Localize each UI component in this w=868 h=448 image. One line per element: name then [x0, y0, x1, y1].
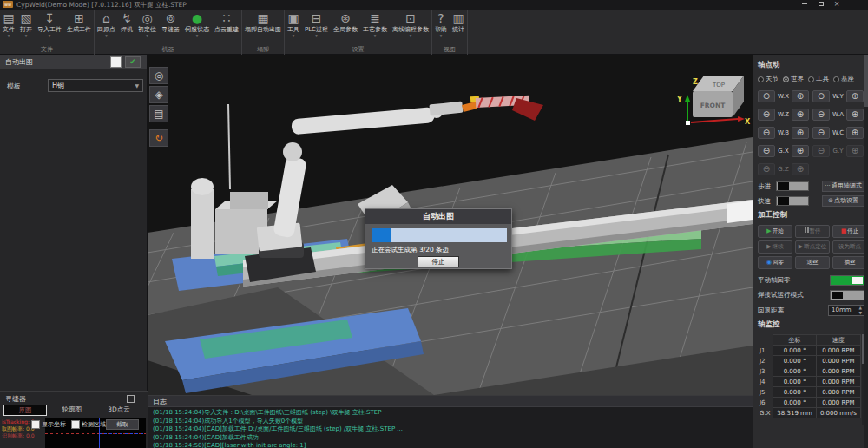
dialog-stop-button[interactable]: 停止	[418, 256, 459, 267]
jog-axis-label: W.Y	[830, 93, 846, 100]
play-dim-icon: ▶	[799, 243, 803, 250]
generic-axis-debug-button[interactable]: ···通用轴调式	[822, 181, 865, 192]
right-scrollbar[interactable]	[864, 55, 868, 448]
ribbon-item-home-origin[interactable]: ⌂回原点▾	[95, 10, 118, 39]
control-button-继续: ▶继续	[758, 240, 792, 254]
weld-test-mode-toggle[interactable]	[830, 290, 865, 300]
table-row: G.X38.319 mm0.000 mm/s	[758, 408, 861, 418]
template-dropdown[interactable]: H钢 ▼	[48, 79, 143, 92]
spinner-arrows-icon[interactable]: ▲▼	[859, 306, 862, 315]
restore-button[interactable]	[815, 0, 827, 9]
ribbon-item-tools[interactable]: ▣工具▾	[285, 10, 302, 39]
retreat-distance-spinner[interactable]: 10mm ▲▼	[828, 305, 865, 316]
log-header: 日志	[148, 396, 753, 407]
fit-view-icon[interactable]: ◎	[149, 67, 168, 84]
fast-slider[interactable]	[776, 196, 809, 206]
ribbon-item-global-params[interactable]: ⊛全局参数	[331, 10, 360, 39]
seam-finder-title: 寻缝器	[5, 394, 26, 404]
dialog-title[interactable]: 自动出图	[365, 209, 511, 224]
tools-icon: ▣	[287, 10, 299, 26]
help-icon: ?	[437, 10, 444, 26]
iso-view-icon[interactable]: ◈	[149, 86, 168, 103]
ribbon-item-process-params[interactable]: ≣工艺参数▾	[360, 10, 390, 39]
expand-icon[interactable]	[127, 395, 135, 403]
jog-axis-label: W.Z	[775, 111, 792, 118]
log-title: 日志	[148, 396, 753, 406]
log-body[interactable]: (01/18 15:24:04)导入文件：D:\桌面\工件图纸\三维图纸 (st…	[148, 407, 753, 448]
jog-minus-W.C[interactable]: ⊖	[812, 127, 830, 139]
jog-minus-G.X[interactable]: ⊖	[758, 145, 775, 157]
show-coords-checkbox[interactable]	[31, 420, 40, 429]
jog-plus-W.Y[interactable]: ⊕	[846, 90, 864, 102]
ribbon-group-1: ⌂回原点▾↯焊机◎初定位▾⊚寻缝器●伺服状态▾∷点云重建机器	[95, 10, 242, 55]
drawing-view-icon[interactable]: ▤	[149, 105, 168, 122]
step-slider-knob[interactable]	[778, 182, 789, 190]
jog-plus-G.X[interactable]: ⊕	[792, 145, 809, 157]
jog-mode-世界[interactable]: 世界	[783, 75, 804, 83]
ribbon-item-auto-drawing[interactable]: ▦塌脚自动出图	[242, 10, 284, 39]
viewport-3d[interactable]: TOP FRONT Z Y X ◎◈▤↻ 自动出图 正在尝试生成第 3/20 条…	[148, 55, 753, 395]
jog-minus-G.Y: ⊖	[812, 145, 830, 157]
control-button-送丝[interactable]: 送丝	[795, 256, 830, 269]
ribbon-item-statistics[interactable]: ▥统计	[450, 10, 467, 39]
translation-home-toggle[interactable]	[830, 275, 865, 286]
minimize-button[interactable]	[799, 0, 811, 9]
jog-minus-W.B[interactable]: ⊖	[758, 127, 775, 139]
ribbon-item-servo-status[interactable]: ●伺服状态▾	[182, 10, 212, 39]
ribbon-item-file[interactable]: ▤文件▾	[0, 10, 17, 39]
ribbon-item-label: 全局参数	[333, 26, 358, 34]
jog-grid: ⊖W.X⊕⊖W.Y⊕⊖W.Z⊕⊖W.A⊕⊖W.B⊕⊖W.C⊕⊖G.X⊕⊖G.Y⊕…	[758, 89, 867, 181]
confirm-check-button[interactable]: ✔	[125, 56, 141, 68]
jog-plus-W.A[interactable]: ⊕	[846, 109, 864, 121]
seam-tab-原图[interactable]: 原图	[3, 405, 47, 416]
jog-minus-W.A[interactable]: ⊖	[812, 109, 830, 121]
seam-finder-icon: ⊚	[166, 10, 176, 26]
radio-icon	[808, 76, 814, 82]
control-button-开始[interactable]: ▶开始	[758, 225, 792, 238]
blank-swatch-button[interactable]	[110, 56, 122, 68]
ribbon-item-seam-finder[interactable]: ⊚寻缝器	[159, 10, 182, 39]
jog-plus-W.X[interactable]: ⊕	[792, 90, 809, 102]
jog-plus-W.B[interactable]: ⊕	[792, 127, 809, 139]
jog-minus-W.Y[interactable]: ⊖	[812, 90, 830, 102]
chevron-down-icon: ▾	[196, 34, 199, 39]
ribbon-item-welder[interactable]: ↯焊机	[118, 10, 135, 39]
refresh-tool-icon[interactable]: ↻	[149, 129, 168, 147]
control-button-label: 断点定位	[804, 243, 826, 250]
control-button-抽丝[interactable]: 抽丝	[832, 256, 867, 269]
ribbon-item-plc-process[interactable]: ⊟PLC过程▾	[302, 10, 331, 39]
ribbon-item-help[interactable]: ?帮助▾	[432, 10, 450, 39]
jog-mode-工具[interactable]: 工具	[808, 75, 829, 83]
control-button-label: 抽丝	[845, 259, 856, 266]
radio-icon	[783, 76, 789, 82]
jog-settings-button[interactable]: ⊛点动设置	[822, 195, 865, 207]
window-title: CypWeld(Demo Mode) [7.0.112.16] 双牛腿 立柱.S…	[16, 1, 187, 10]
axis-name: J3	[758, 366, 773, 377]
seam-tab-3D点云[interactable]: 3D点云	[97, 405, 141, 416]
control-button-停止[interactable]: ■停止	[832, 225, 867, 238]
jog-plus-W.Z[interactable]: ⊕	[792, 109, 809, 121]
control-button-回零[interactable]: ◉回零	[758, 256, 792, 269]
ribbon-item-folder-open[interactable]: ▧打开▾	[17, 10, 35, 39]
nav-cube[interactable]: TOP FRONT	[693, 76, 744, 117]
capture-button[interactable]: 截取	[106, 419, 139, 430]
ribbon-item-initial-position[interactable]: ◎初定位▾	[135, 10, 159, 39]
jog-mode-基座[interactable]: 基座	[833, 75, 854, 83]
detect-region-checkbox[interactable]	[71, 420, 80, 429]
jog-plus-W.C[interactable]: ⊕	[846, 127, 864, 139]
ribbon-item-generate-workpiece[interactable]: ⊞生成工件	[64, 10, 94, 39]
jog-minus-W.X[interactable]: ⊖	[758, 90, 775, 102]
jog-axis-label: G.Z	[775, 166, 792, 173]
step-slider[interactable]	[776, 181, 809, 191]
jog-mode-关节[interactable]: 关节	[758, 75, 779, 83]
ribbon-item-pointcloud-rebuild[interactable]: ∷点云重建	[212, 10, 241, 39]
chevron-down-icon: ▾	[8, 34, 10, 39]
seam-tab-轮廓图[interactable]: 轮廓图	[50, 405, 94, 416]
fast-slider-knob[interactable]	[778, 197, 789, 205]
ribbon-item-offline-programming-params[interactable]: ⊡离线编程参数▾	[390, 10, 431, 39]
axis-speed: 0.000 RPM	[816, 346, 860, 356]
ribbon-item-import-workpiece[interactable]: ↧导入工件▾	[35, 10, 64, 39]
close-button[interactable]: ×	[831, 0, 843, 9]
table-row: J50.000 °0.000 RPM	[758, 387, 861, 398]
jog-minus-W.Z[interactable]: ⊖	[758, 109, 775, 121]
